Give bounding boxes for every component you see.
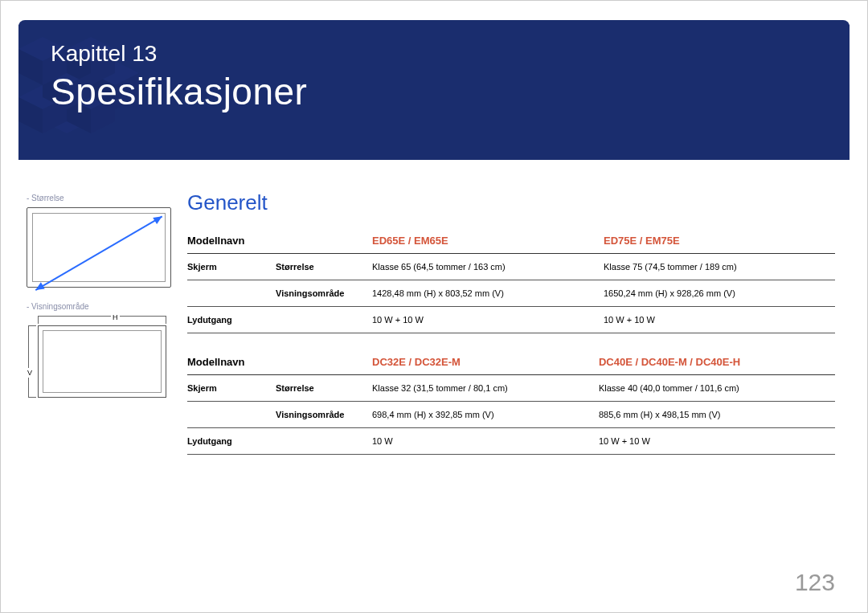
table-row: Skjerm Størrelse Klasse 65 (64,5 tommer … <box>187 254 835 280</box>
page-number: 123 <box>795 569 835 596</box>
col-model2: ED75E / EM75E <box>604 228 835 254</box>
table-row: Skjerm Størrelse Klasse 32 (31,5 tommer … <box>187 375 835 402</box>
col-model2: DC40E / DC40E-M / DC40E-H <box>599 349 835 375</box>
dimension-h-label: H <box>111 313 120 321</box>
section-title: Generelt <box>187 190 835 215</box>
chapter-header: Kapittel 13 Spesifikasjoner <box>18 25 850 160</box>
main-content: Generelt Modellnavn ED65E / EM65E ED75E … <box>187 190 835 471</box>
diagonal-arrow-icon <box>33 214 165 292</box>
col-model: Modellnavn <box>187 228 372 254</box>
chapter-label: Kapittel 13 <box>51 41 157 67</box>
view-diagram-label: Visningsområde <box>27 302 179 311</box>
col-model: Modellnavn <box>187 349 372 375</box>
size-diagram-label: Størrelse <box>27 194 179 202</box>
col-model1: ED65E / EM65E <box>372 228 604 254</box>
chapter-title: Spesifikasjoner <box>51 70 307 113</box>
dimension-v-label: V <box>27 368 32 378</box>
size-diagram <box>27 207 171 288</box>
table-row: Visningsområde 698,4 mm (H) x 392,85 mm … <box>187 402 835 428</box>
spec-table-2: Modellnavn DC32E / DC32E-M DC40E / DC40E… <box>187 349 835 455</box>
view-area-diagram: H V <box>27 316 171 401</box>
col-model1: DC32E / DC32E-M <box>372 349 599 375</box>
table-row: Visningsområde 1428,48 mm (H) x 803,52 m… <box>187 280 835 307</box>
document-page: Kapittel 13 Spesifikasjoner Størrelse Vi… <box>0 0 868 613</box>
svg-line-19 <box>35 216 162 290</box>
sidebar-diagrams: Størrelse Visningsområde H V <box>27 194 179 401</box>
table-row: Lydutgang 10 W + 10 W 10 W + 10 W <box>187 307 835 333</box>
spec-table-1: Modellnavn ED65E / EM65E ED75E / EM75E S… <box>187 228 835 333</box>
table-row: Lydutgang 10 W 10 W + 10 W <box>187 428 835 455</box>
